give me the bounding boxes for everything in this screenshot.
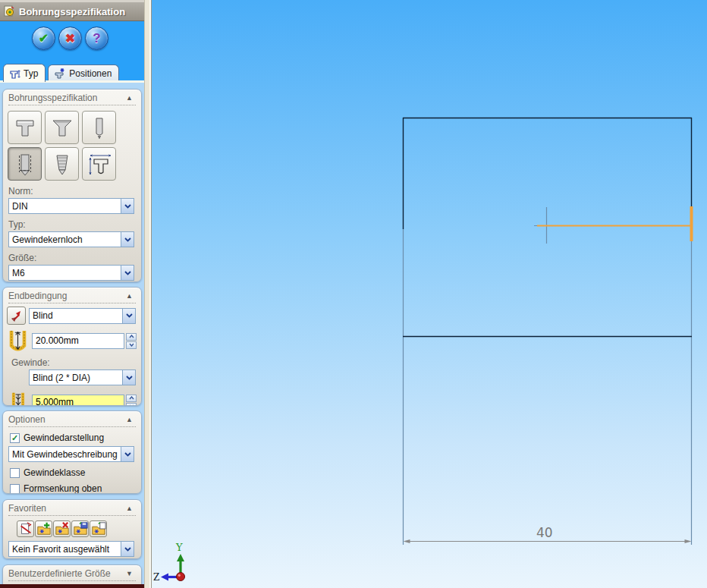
y-axis-label: Y — [175, 542, 183, 553]
drilled-hole-button[interactable] — [82, 111, 116, 144]
collapse-down-icon: ▼ — [126, 570, 133, 577]
panel-header-area: ✔ ✖ ? Typ — [0, 21, 144, 82]
save-favorite-button[interactable] — [71, 520, 89, 537]
groesse-select[interactable]: M6 — [8, 265, 134, 281]
legacy-hole-button[interactable] — [82, 147, 116, 181]
group-header-options[interactable]: Optionen ▲ — [8, 414, 136, 427]
group-hole-spec: Bohrungsspezifikation ▲ — [2, 89, 142, 282]
ok-button[interactable]: ✔ — [32, 27, 55, 50]
origin-highlight — [178, 574, 181, 577]
no-favorite-button[interactable] — [17, 520, 34, 537]
group-header-hole-spec[interactable]: Bohrungsspezifikation ▲ — [8, 93, 136, 105]
hole-wizard-icon — [3, 5, 15, 17]
collapse-up-icon: ▲ — [126, 416, 133, 423]
thread-depth-icon — [7, 391, 29, 406]
near-side-countersink-checkbox-row: Formsenkung oben — [10, 483, 141, 494]
taper-tap-icon — [49, 150, 76, 178]
norm-value: DIN — [9, 201, 121, 212]
save-favorite-icon — [73, 521, 88, 536]
delete-favorite-button[interactable] — [53, 520, 71, 537]
group-favorites-title: Favoriten — [8, 503, 46, 514]
counterbore-icon — [11, 114, 39, 141]
typ-label: Typ: — [8, 219, 141, 230]
panel-splitter[interactable] — [144, 0, 152, 588]
spin-down-button[interactable] — [126, 403, 137, 407]
favorites-toolbar — [17, 520, 141, 537]
delete-favorite-icon — [55, 521, 70, 536]
end-condition-value: Blind — [30, 310, 122, 321]
chevron-down-icon — [121, 199, 134, 213]
group-end-condition-title: Endbedingung — [8, 291, 67, 301]
near-side-countersink-checkbox[interactable] — [10, 484, 20, 494]
chevron-down-icon — [121, 542, 134, 556]
thread-callout-value: Mit Gewindebeschreibung — [9, 449, 121, 460]
thread-class-checkbox[interactable] — [10, 468, 20, 478]
spin-down-button[interactable] — [126, 341, 137, 349]
sketch-canvas: 40 Y Z — [152, 0, 707, 588]
group-header-end-condition[interactable]: Endbedingung ▲ — [8, 291, 136, 303]
thread-display-checkbox[interactable]: ✓ — [10, 433, 20, 443]
countersink-icon — [49, 114, 76, 141]
dimension-value[interactable]: 40 — [536, 525, 553, 540]
x-icon: ✖ — [65, 31, 75, 46]
norm-label: Norm: — [8, 186, 141, 197]
z-axis-arrowhead — [161, 574, 168, 581]
taper-tap-button[interactable] — [45, 147, 79, 181]
window-bottom-edge — [0, 584, 144, 588]
chevron-down-icon — [121, 266, 134, 280]
blind-depth-input[interactable] — [32, 333, 124, 349]
favorite-value: Kein Favorit ausgewählt — [9, 544, 121, 555]
add-favorite-button[interactable] — [35, 520, 52, 537]
typ-value: Gewindekernloch — [9, 234, 121, 245]
thread-display-label: Gewindedarstellung — [24, 432, 104, 443]
thread-condition-select[interactable]: Blind (2 * DIA) — [29, 369, 136, 385]
question-icon: ? — [93, 31, 100, 46]
group-options: Optionen ▲ ✓ Gewindedarstellung Mit Gewi… — [2, 410, 142, 494]
group-end-condition: Endbedingung ▲ Blind — [2, 287, 142, 406]
cancel-button[interactable]: ✖ — [58, 27, 82, 50]
thread-condition-value: Blind (2 * DIA) — [30, 373, 122, 383]
app-root: Bohrungsspezifikation ✔ ✖ ? Typ — [0, 0, 707, 588]
spin-up-button[interactable] — [126, 333, 137, 341]
gewinde-label: Gewinde: — [11, 357, 141, 368]
group-header-favorites[interactable]: Favoriten ▲ — [8, 503, 136, 516]
tapped-hole-button[interactable] — [8, 147, 42, 181]
chevron-down-icon — [121, 447, 134, 461]
graphics-area[interactable]: 40 Y Z — [152, 0, 707, 588]
blind-depth-spinner — [126, 333, 137, 349]
load-favorite-button[interactable] — [90, 520, 107, 537]
check-icon: ✓ — [11, 434, 18, 442]
countersink-button[interactable] — [45, 111, 79, 144]
dimension-arrow-right — [685, 539, 692, 543]
collapse-up-icon: ▲ — [126, 94, 133, 102]
thread-class-label: Gewindeklasse — [24, 467, 85, 478]
tab-positionen-label: Positionen — [69, 68, 112, 79]
reverse-direction-button[interactable] — [7, 307, 26, 325]
thread-callout-select[interactable]: Mit Gewindebeschreibung — [8, 446, 134, 462]
group-custom-size-title: Benutzerdefinierte Größe — [8, 568, 111, 579]
add-favorite-icon — [36, 521, 52, 536]
favorite-select[interactable]: Kein Favorit ausgewählt — [8, 541, 134, 557]
chevron-down-icon — [122, 370, 135, 385]
group-header-custom-size[interactable]: Benutzerdefinierte Größe ▼ — [8, 568, 136, 581]
spin-up-button[interactable] — [126, 395, 137, 402]
tapped-hole-icon — [11, 150, 39, 178]
origin-point — [177, 573, 185, 581]
y-axis-arrowhead — [177, 554, 184, 561]
hole-position-tab-icon — [53, 68, 66, 80]
thread-depth-input[interactable] — [32, 395, 124, 407]
counterbore-button[interactable] — [8, 111, 42, 144]
norm-select[interactable]: DIN — [8, 198, 134, 214]
help-button[interactable]: ? — [85, 27, 108, 50]
viewport-left-edge — [149, 0, 151, 588]
chevron-down-icon — [122, 309, 135, 323]
groesse-label: Größe: — [8, 253, 141, 263]
dimension-arrow-left — [404, 539, 410, 543]
typ-select[interactable]: Gewindekernloch — [8, 231, 134, 247]
end-condition-select[interactable]: Blind — [29, 308, 136, 324]
panel-titlebar: Bohrungsspezifikation — [0, 2, 144, 21]
collapse-up-icon: ▲ — [126, 292, 133, 300]
tab-typ[interactable]: Typ — [3, 64, 46, 82]
near-side-countersink-label: Formsenkung oben — [24, 483, 102, 494]
tab-positionen[interactable]: Positionen — [48, 64, 119, 82]
